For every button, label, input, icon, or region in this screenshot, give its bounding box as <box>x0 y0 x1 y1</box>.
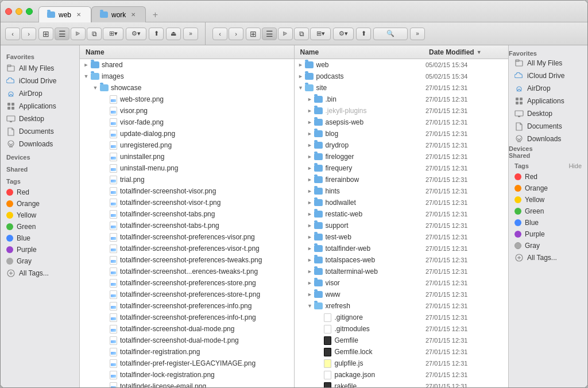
left-name-header[interactable]: Name <box>82 45 292 59</box>
list-item[interactable]: totalfinder-screenshot-tabs-t.png <box>80 220 294 231</box>
tab-work[interactable]: work ✕ <box>91 6 146 22</box>
list-item[interactable]: totalfinder-screenshot-tabs.png <box>80 208 294 220</box>
sidebar-tag-green[interactable]: Green <box>1 221 79 232</box>
right-sidebar-item-all-my-files[interactable]: All My Files <box>509 57 587 69</box>
expand-arrow[interactable]: ► <box>306 233 314 241</box>
close-button[interactable] <box>5 8 12 15</box>
overflow-left[interactable]: » <box>183 28 198 40</box>
forward-button-right[interactable]: › <box>229 28 243 40</box>
list-item[interactable]: Gemfile.lock27/01/15 12:31 <box>295 346 509 358</box>
expand-arrow[interactable]: ► <box>306 290 314 298</box>
list-item[interactable]: web-store.png <box>80 94 294 105</box>
sidebar-tag-red[interactable]: Red <box>1 187 79 198</box>
list-item[interactable]: ►blog27/01/15 12:31 <box>295 128 509 139</box>
list-item[interactable]: ►web05/02/15 15:34 <box>295 59 509 71</box>
list-item[interactable]: ►www27/01/15 12:31 <box>295 289 509 300</box>
expand-arrow[interactable]: ► <box>82 61 90 69</box>
right-file-list[interactable]: ►web05/02/15 15:34►podcasts05/02/15 15:3… <box>295 59 509 387</box>
list-view-left[interactable]: ☰ <box>55 28 69 40</box>
list-item[interactable]: rakefile27/01/15 12:31 <box>295 381 509 387</box>
list-item[interactable]: ►shared <box>80 59 294 71</box>
list-item[interactable]: ►firelogger27/01/15 12:31 <box>295 151 509 162</box>
expand-arrow[interactable]: ► <box>306 210 314 218</box>
list-item[interactable]: ▼showcase <box>80 82 294 94</box>
expand-arrow[interactable] <box>100 107 109 115</box>
list-item[interactable]: totalfinder-screenshot-visor-t.png <box>80 197 294 208</box>
expand-arrow[interactable]: ► <box>306 130 314 138</box>
tab-web-close[interactable]: ✕ <box>75 11 83 19</box>
sidebar-tag-orange[interactable]: Orange <box>1 198 79 209</box>
expand-arrow[interactable] <box>100 153 109 161</box>
forward-button-left[interactable]: › <box>21 28 36 40</box>
expand-arrow[interactable] <box>315 313 323 321</box>
expand-arrow[interactable]: ► <box>297 61 305 69</box>
list-item[interactable]: totalfinder-registration.png <box>80 346 294 358</box>
sidebar-tag-gray[interactable]: Gray <box>1 255 79 267</box>
icon-view-right[interactable]: ⊞ <box>246 28 261 40</box>
list-item[interactable]: totalfinder-screenshot-preferences-visor… <box>80 243 294 254</box>
list-item[interactable]: ►firerainbow27/01/15 12:31 <box>295 174 509 185</box>
list-item[interactable]: ►visor27/01/15 12:31 <box>295 277 509 289</box>
expand-arrow[interactable]: ► <box>306 164 314 172</box>
expand-arrow[interactable] <box>315 382 323 387</box>
list-item[interactable]: totalfinder-screenshot-preferences-tweak… <box>80 254 294 266</box>
sidebar-item-icloud[interactable]: iCloud Drive <box>1 75 79 87</box>
expand-arrow[interactable] <box>100 302 109 310</box>
list-item[interactable]: ►totalterminal-web27/01/15 12:31 <box>295 266 509 277</box>
left-file-list[interactable]: ►shared▼images▼showcaseweb-store.pngviso… <box>80 59 294 387</box>
sidebar-tag-yellow[interactable]: Yellow <box>1 209 79 221</box>
expand-arrow[interactable] <box>100 371 109 379</box>
list-item[interactable]: unregistered.png <box>80 139 294 151</box>
sidebar-item-documents[interactable]: Documents <box>1 125 79 138</box>
arrange-left[interactable]: ⊞▾ <box>103 28 123 40</box>
list-item[interactable]: ►hodlwallet27/01/15 12:31 <box>295 197 509 208</box>
expand-arrow[interactable] <box>315 325 323 333</box>
list-item[interactable]: totalfinder-screenshot-preferences-visor… <box>80 231 294 243</box>
expand-arrow[interactable] <box>100 130 109 138</box>
list-item[interactable]: visor.png <box>80 105 294 117</box>
maximize-button[interactable] <box>26 8 33 15</box>
expand-arrow[interactable]: ▼ <box>91 84 99 92</box>
expand-arrow[interactable]: ► <box>306 245 314 253</box>
right-sidebar-tag-green[interactable]: Green <box>509 205 587 217</box>
list-item[interactable]: totalfinder-lock-registration.png <box>80 369 294 381</box>
expand-arrow[interactable]: ► <box>306 256 314 264</box>
sidebar-item-airdrop[interactable]: AirDrop <box>1 87 79 100</box>
arrange-right[interactable]: ⊞▾ <box>310 28 331 40</box>
list-item[interactable]: Gemfile27/01/15 12:31 <box>295 335 509 346</box>
right-sidebar-tag-red[interactable]: Red <box>509 171 587 183</box>
search-right[interactable]: 🔍 <box>373 28 408 40</box>
list-item[interactable]: ▼site27/01/15 12:31 <box>295 82 509 94</box>
expand-arrow[interactable] <box>100 222 109 230</box>
expand-arrow[interactable] <box>100 348 109 356</box>
sidebar-item-downloads[interactable]: Downloads <box>1 138 79 150</box>
list-item[interactable]: ►restatic-web27/01/15 12:31 <box>295 208 509 220</box>
right-sidebar-tag-orange[interactable]: Orange <box>509 183 587 194</box>
list-item[interactable]: ▼images <box>80 71 294 82</box>
list-item[interactable]: ►support27/01/15 12:31 <box>295 220 509 231</box>
right-sidebar-tag-gray[interactable]: Gray <box>509 240 587 251</box>
tab-work-close[interactable]: ✕ <box>129 11 137 19</box>
right-sidebar-item-icloud[interactable]: iCloud Drive <box>509 69 587 82</box>
sidebar-item-all-my-files[interactable]: All My Files <box>1 62 79 75</box>
list-item[interactable]: totalfinder-screenshot-preferences-info-… <box>80 312 294 323</box>
back-button-right[interactable]: ‹ <box>212 28 227 40</box>
expand-arrow[interactable]: ► <box>306 279 314 287</box>
sidebar-item-desktop[interactable]: Desktop <box>1 112 79 125</box>
expand-arrow[interactable] <box>100 382 109 387</box>
expand-arrow[interactable]: ► <box>306 187 314 195</box>
expand-arrow[interactable]: ► <box>306 222 314 230</box>
expand-arrow[interactable]: ► <box>306 176 314 184</box>
expand-arrow[interactable] <box>100 233 109 241</box>
column-view-right[interactable]: ⫸ <box>278 28 293 40</box>
list-item[interactable]: totalfinder-screenshot...erences-tweaks-… <box>80 266 294 277</box>
expand-arrow[interactable] <box>100 210 109 218</box>
sidebar-tag-blue[interactable]: Blue <box>1 232 79 244</box>
list-item[interactable]: totalfinder-screenshot-preferences-store… <box>80 289 294 300</box>
expand-arrow[interactable] <box>100 118 109 126</box>
expand-arrow[interactable]: ► <box>306 95 314 103</box>
list-item[interactable]: totalfinder-pref-register-LEGACYIMAGE.pn… <box>80 358 294 369</box>
list-item[interactable]: ►totalfinder-web27/01/15 12:31 <box>295 243 509 254</box>
right-sidebar-item-downloads[interactable]: Downloads <box>509 133 587 145</box>
expand-arrow[interactable] <box>100 336 109 344</box>
